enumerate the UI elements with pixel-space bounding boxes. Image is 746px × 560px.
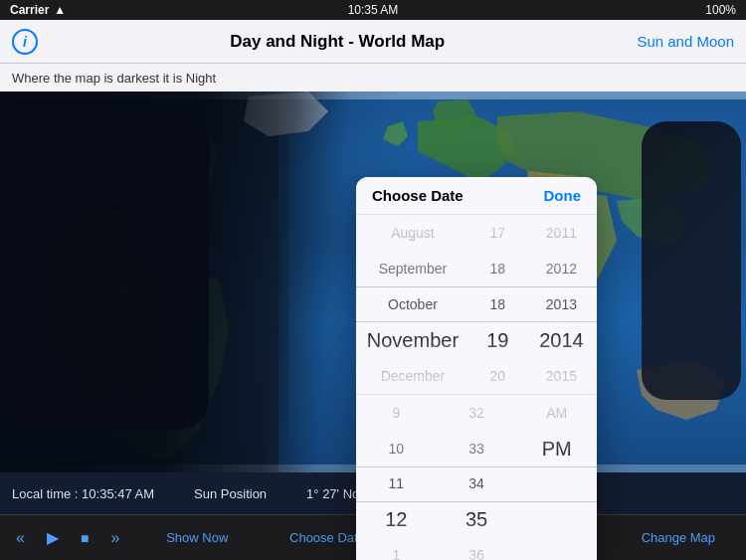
picker-title: Choose Date [372, 187, 464, 204]
wifi-icon: ▲ [54, 3, 66, 17]
picker-month-november: November [356, 322, 469, 358]
change-map-button[interactable]: Change Map [636, 526, 721, 549]
time-scroll-area[interactable]: 9 10 11 12 1 32 33 34 35 36 AM PM [356, 394, 597, 560]
time-min-33: 33 [468, 431, 484, 467]
city-lights [10, 111, 209, 430]
night-panel-right [642, 121, 741, 400]
picker-year-2015: 2015 [526, 358, 597, 394]
carrier-label: Carrier [10, 3, 49, 17]
date-picker-modal: Choose Date Done August September Octobe… [356, 177, 597, 560]
status-left: Carrier ▲ [10, 3, 66, 17]
picker-month-september: September [356, 251, 469, 286]
hour-column[interactable]: 9 10 11 12 1 [356, 395, 437, 560]
picker-year-2012: 2012 [526, 251, 597, 286]
picker-day-19: 19 [469, 322, 526, 358]
picker-month-december: December [356, 358, 469, 394]
picker-done-button[interactable]: Done [544, 187, 582, 204]
year-column[interactable]: 2011 2012 2013 2014 2015 [526, 215, 597, 394]
forward-button[interactable]: » [106, 525, 123, 551]
time-columns: 9 10 11 12 1 32 33 34 35 36 AM PM [356, 395, 597, 560]
picker-year-2013: 2013 [526, 286, 597, 322]
time-min-32: 32 [468, 395, 484, 431]
time-hour-12: 12 [385, 501, 407, 537]
time-min-36: 36 [468, 537, 484, 560]
status-right: 100% [705, 3, 736, 17]
time-am: AM [546, 395, 567, 431]
night-panel-left [10, 111, 209, 430]
picker-year-2014: 2014 [526, 322, 597, 358]
info-button[interactable]: i [12, 29, 38, 55]
minute-column[interactable]: 32 33 34 35 36 [437, 395, 517, 560]
play-button[interactable]: ▶ [43, 524, 63, 551]
time-min-34: 34 [468, 467, 484, 502]
day-column[interactable]: 17 18 18 19 20 [469, 215, 526, 394]
local-time: Local time : 10:35:47 AM [12, 486, 154, 501]
time-pm: PM [542, 431, 572, 467]
sun-position-label: Sun Position [194, 486, 267, 501]
subtitle-bar: Where the map is darkest it is Night [0, 64, 746, 92]
picker-day-18: 18 [469, 251, 526, 286]
status-bar: Carrier ▲ 10:35 AM 100% [0, 0, 746, 20]
picker-month-october: October [356, 286, 469, 322]
playback-controls: « ▶ ■ » [0, 524, 135, 551]
picker-month-august: August [356, 215, 469, 251]
picker-year-2011: 2011 [526, 215, 597, 251]
picker-day-17: 17 [469, 215, 526, 251]
time-hour-1: 1 [392, 537, 400, 560]
time-min-35: 35 [466, 501, 487, 537]
picker-columns: August September October November Decemb… [356, 215, 597, 394]
picker-day-19a: 18 [469, 286, 526, 322]
date-scroll-area[interactable]: August September October November Decemb… [356, 215, 597, 394]
month-column[interactable]: August September October November Decemb… [356, 215, 469, 394]
time-hour-9: 9 [392, 395, 400, 431]
stop-button[interactable]: ■ [77, 526, 93, 550]
ampm-column[interactable]: AM PM [516, 395, 597, 560]
status-time: 10:35 AM [348, 3, 399, 17]
sun-and-moon-button[interactable]: Sun and Moon [637, 33, 734, 50]
battery-label: 100% [705, 3, 736, 17]
show-now-button[interactable]: Show Now [160, 526, 234, 549]
picker-header: Choose Date Done [356, 177, 597, 215]
picker-day-20: 20 [469, 358, 526, 394]
subtitle-text: Where the map is darkest it is Night [12, 71, 216, 86]
svg-rect-1 [0, 92, 746, 99]
nav-bar: i Day and Night - World Map Sun and Moon [0, 20, 746, 64]
time-hour-11: 11 [389, 467, 405, 502]
rewind-button[interactable]: « [12, 525, 29, 551]
time-hour-10: 10 [389, 431, 405, 467]
nav-title: Day and Night - World Map [230, 32, 445, 52]
